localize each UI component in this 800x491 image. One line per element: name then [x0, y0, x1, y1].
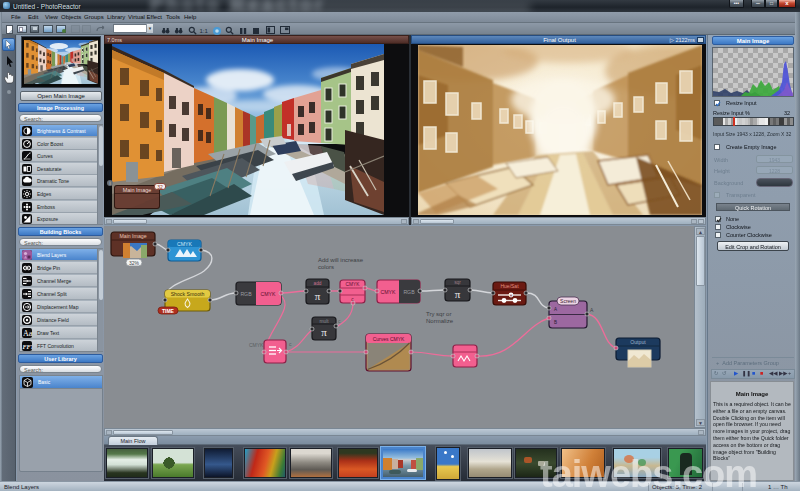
svg-text:Normalize: Normalize: [426, 318, 454, 324]
svg-text:FFT: FFT: [23, 344, 33, 350]
svg-text:Try sqr or: Try sqr or: [426, 311, 451, 317]
svg-text:TIME: TIME: [162, 308, 175, 314]
svg-text:RGB: RGB: [403, 289, 415, 295]
svg-text:RGB: RGB: [240, 291, 252, 297]
svg-text:colors: colors: [318, 264, 334, 270]
svg-text:Hue/Sat: Hue/Sat: [500, 283, 519, 289]
svg-text:Output: Output: [630, 339, 646, 345]
svg-text:CMYK: CMYK: [261, 291, 277, 297]
svg-text:Aa: Aa: [23, 329, 32, 338]
svg-text:sqr: sqr: [454, 280, 461, 285]
svg-text:add: add: [313, 281, 321, 286]
svg-text:CMYK: CMYK: [177, 241, 193, 247]
svg-text:Curves CMYK: Curves CMYK: [373, 336, 405, 342]
svg-text:π: π: [455, 288, 461, 300]
svg-text:CMYK: CMYK: [249, 342, 264, 348]
svg-text:A: A: [554, 307, 557, 312]
svg-text:c: c: [338, 318, 341, 324]
svg-text:Main Image: Main Image: [119, 233, 146, 239]
svg-text:CMYK: CMYK: [346, 282, 361, 287]
svg-text:A: A: [590, 307, 594, 313]
svg-text:mult: mult: [319, 319, 329, 324]
svg-text:Screen: Screen: [560, 298, 576, 304]
svg-text:π: π: [315, 290, 321, 302]
svg-text:Shock Smooth: Shock Smooth: [171, 291, 205, 297]
svg-text:32%: 32%: [129, 260, 140, 266]
svg-text:π: π: [321, 326, 327, 338]
svg-text:c: c: [289, 341, 292, 347]
svg-text:B: B: [554, 320, 557, 325]
svg-text:1:1: 1:1: [200, 28, 209, 34]
svg-text:Add will increase: Add will increase: [318, 257, 364, 263]
svg-text:CMYK: CMYK: [381, 289, 397, 295]
